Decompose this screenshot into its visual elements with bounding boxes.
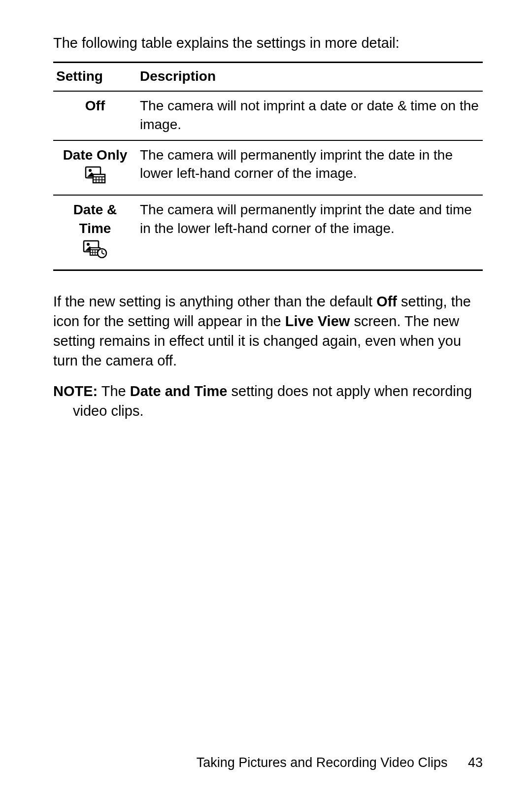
page-content: The following table explains the setting… xyxy=(0,0,532,421)
svg-point-9 xyxy=(87,243,90,246)
footer-chapter: Taking Pictures and Recording Video Clip… xyxy=(197,755,448,770)
setting-label: Off xyxy=(56,97,134,115)
intro-paragraph: The following table explains the setting… xyxy=(53,33,483,53)
header-setting: Setting xyxy=(53,63,137,91)
bold-date-and-time: Date and Time xyxy=(130,383,228,399)
svg-point-1 xyxy=(89,169,92,172)
table-row: Off The camera will not imprint a date o… xyxy=(53,91,483,140)
table-row: Date & Time xyxy=(53,195,483,270)
page-footer: Taking Pictures and Recording Video Clip… xyxy=(197,755,483,770)
description-cell: The camera will not imprint a date or da… xyxy=(137,91,483,140)
settings-table: Setting Description Off The camera will … xyxy=(53,62,483,270)
after-paragraph: If the new setting is anything other tha… xyxy=(53,292,483,370)
description-cell: The camera will permanently imprint the … xyxy=(137,195,483,270)
bold-off: Off xyxy=(376,294,397,309)
text: The xyxy=(98,383,130,399)
footer-page-number: 43 xyxy=(468,755,483,770)
bold-live-view: Live View xyxy=(285,313,350,329)
setting-cell: Date Only xyxy=(53,140,137,196)
setting-label: Date Only xyxy=(56,146,134,165)
text: If the new setting is anything other tha… xyxy=(53,294,376,309)
note-label: NOTE: xyxy=(53,383,98,399)
date-only-icon xyxy=(84,166,106,189)
description-cell: The camera will permanently imprint the … xyxy=(137,140,483,196)
header-description: Description xyxy=(137,63,483,91)
setting-cell: Date & Time xyxy=(53,195,137,270)
note-paragraph: NOTE: The Date and Time setting does not… xyxy=(53,381,483,421)
table-row: Date Only xyxy=(53,140,483,196)
setting-label: Date & Time xyxy=(56,200,134,238)
date-time-icon xyxy=(82,240,108,264)
table-header-row: Setting Description xyxy=(53,63,483,91)
setting-cell: Off xyxy=(53,91,137,140)
